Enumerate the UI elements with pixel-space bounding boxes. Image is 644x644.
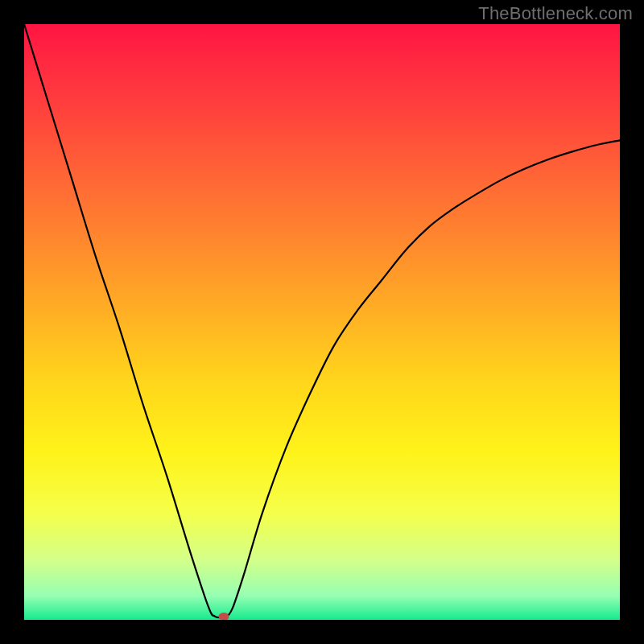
- bottleneck-curve: [24, 24, 620, 617]
- watermark-text: TheBottleneck.com: [478, 3, 633, 24]
- plot-area: [24, 24, 620, 620]
- optimal-point-marker: [218, 613, 229, 620]
- curve-layer: [24, 24, 620, 620]
- chart-frame: TheBottleneck.com: [0, 0, 644, 644]
